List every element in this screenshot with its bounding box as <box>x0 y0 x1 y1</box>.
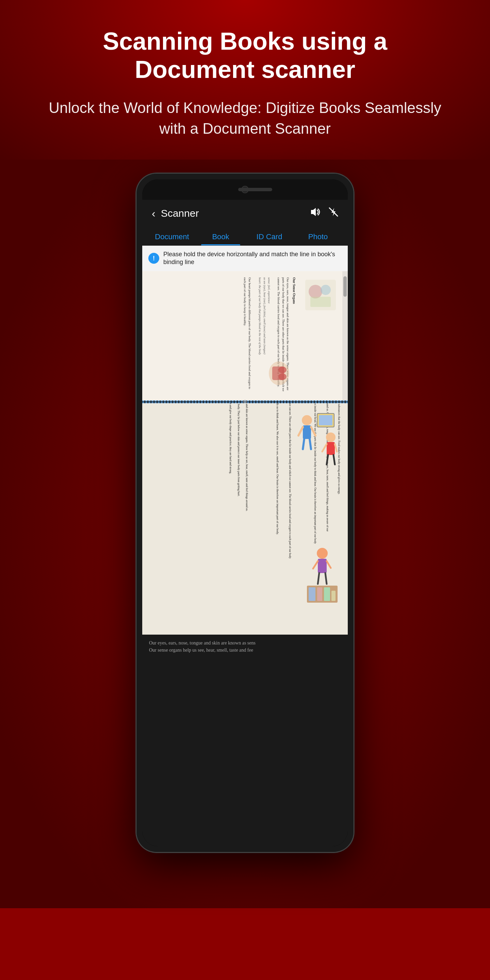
page-illustration-top <box>266 360 293 387</box>
tab-book[interactable]: Book <box>196 227 245 245</box>
scanner-bottom-page: Did You Know Our eyes, ears, nose, tongu… <box>142 403 348 635</box>
app-header: ‹ Scanner <box>142 200 348 227</box>
svg-point-17 <box>326 433 336 442</box>
phone-wrapper: ‹ Scanner <box>0 159 490 908</box>
svg-rect-34 <box>324 587 330 601</box>
illustration-kids <box>297 410 341 479</box>
svg-line-30 <box>325 573 327 584</box>
svg-rect-24 <box>319 415 332 425</box>
svg-line-15 <box>303 439 304 449</box>
svg-line-14 <box>311 427 315 436</box>
svg-rect-32 <box>309 587 315 601</box>
illustration-kids2 <box>304 545 341 608</box>
hint-bar: ! Please hold the device horizontally an… <box>142 246 348 271</box>
tab-document[interactable]: Document <box>148 227 196 245</box>
tab-photo[interactable]: Photo <box>294 227 342 245</box>
scanner-tabs: Document Book ID Card Photo <box>142 227 348 246</box>
app-screen: ‹ Scanner <box>142 200 348 846</box>
svg-rect-10 <box>310 297 331 307</box>
tab-id-card[interactable]: ID Card <box>245 227 294 245</box>
flash-icon[interactable] <box>329 207 338 219</box>
svg-point-11 <box>302 415 312 425</box>
svg-line-13 <box>298 427 303 436</box>
svg-line-22 <box>334 455 335 465</box>
bottom-caption-area: Our eyes, ears, nose, tongue and skin ar… <box>142 635 348 657</box>
app-title: Scanner <box>161 208 199 219</box>
svg-rect-35 <box>331 591 336 601</box>
phone-screen: ‹ Scanner <box>142 179 348 846</box>
phone-device: ‹ Scanner <box>136 173 354 853</box>
svg-line-28 <box>327 561 331 568</box>
svg-line-16 <box>310 439 311 449</box>
svg-rect-26 <box>318 559 327 573</box>
svg-point-8 <box>309 285 322 298</box>
svg-line-21 <box>327 455 328 465</box>
svg-rect-18 <box>327 442 335 455</box>
hint-text: Please hold the device horizontally and … <box>163 250 342 266</box>
hero-title: Scanning Books using a Document scanner <box>41 27 449 84</box>
caption-line1: Our eyes, ears, nose, tongue and skin ar… <box>149 640 341 646</box>
binding-line <box>142 401 348 403</box>
scroll-indicator[interactable] <box>342 271 348 401</box>
svg-line-20 <box>335 444 337 452</box>
svg-point-9 <box>321 285 331 295</box>
sound-icon[interactable] <box>310 207 321 219</box>
svg-line-19 <box>322 444 327 452</box>
bottom-page-content: Did You Know Our eyes, ears, nose, tongu… <box>142 403 348 635</box>
illustration-area-top <box>304 278 337 313</box>
hero-subtitle: Unlock the World of Knowledge: Digitize … <box>41 97 449 139</box>
scroll-thumb <box>343 276 347 297</box>
hero-section: Scanning Books using a Document scanner … <box>0 0 490 159</box>
top-page-text: Our Sense Organs Our eyes, ears, nose, t… <box>191 275 299 397</box>
phone-top-bar <box>142 179 348 200</box>
back-button[interactable]: ‹ <box>152 208 156 219</box>
phone-speaker <box>238 188 272 191</box>
svg-line-27 <box>313 561 318 569</box>
hint-icon: ! <box>148 253 159 264</box>
svg-line-29 <box>318 573 319 584</box>
scanner-top-page: Our Sense Organs Our eyes, ears, nose, t… <box>142 271 348 401</box>
app-header-left: ‹ Scanner <box>152 208 199 219</box>
header-icons <box>310 207 338 219</box>
svg-point-25 <box>317 548 328 559</box>
svg-rect-12 <box>303 425 311 439</box>
svg-marker-0 <box>311 208 316 216</box>
caption-line2: Our sense organs help us see, hear, smel… <box>149 646 341 654</box>
svg-rect-33 <box>317 587 322 601</box>
